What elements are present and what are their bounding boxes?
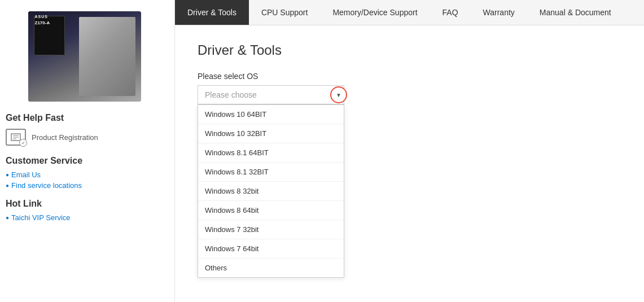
product-image-container: ASUS Z170-A	[6, 11, 163, 102]
product-registration-icon	[6, 129, 26, 146]
os-option-win10-32[interactable]: Windows 10 32BIT	[198, 124, 344, 143]
taichi-vip-link[interactable]: Taichi VIP Service	[6, 213, 163, 222]
os-option-win7-32[interactable]: Windows 7 32bit	[198, 220, 344, 239]
product-registration-item[interactable]: Product Registration	[6, 129, 163, 146]
hot-link-title: Hot Link	[6, 199, 163, 209]
tab-warranty[interactable]: Warranty	[471, 0, 527, 25]
email-us-link[interactable]: Email Us	[6, 170, 163, 179]
tab-faq[interactable]: FAQ	[430, 0, 471, 25]
tab-driver-tools[interactable]: Driver & Tools	[175, 0, 249, 25]
customer-service-title: Customer Service	[6, 156, 163, 166]
content-area: Driver & Tools Please select OS Please c…	[175, 25, 644, 302]
main-content: Driver & Tools CPU Support Memory/Device…	[175, 0, 644, 302]
os-option-win8-32[interactable]: Windows 8 32bit	[198, 182, 344, 201]
os-dropdown-list: Windows 10 64BIT Windows 10 32BIT Window…	[198, 104, 344, 278]
os-option-others[interactable]: Others	[198, 259, 344, 277]
product-image: ASUS Z170-A	[28, 11, 141, 102]
tab-memory-device[interactable]: Memory/Device Support	[320, 0, 430, 25]
sidebar: ASUS Z170-A Get Help Fast Product Regist…	[0, 0, 175, 302]
os-option-win10-64[interactable]: Windows 10 64BIT	[198, 105, 344, 124]
find-service-locations-link[interactable]: Find service locations	[6, 181, 163, 190]
tab-cpu-support[interactable]: CPU Support	[249, 0, 320, 25]
tab-bar: Driver & Tools CPU Support Memory/Device…	[175, 0, 644, 25]
os-select-label: Please select OS	[198, 72, 621, 81]
customer-service-section: Customer Service Email Us Find service l…	[6, 156, 163, 190]
os-option-win81-32[interactable]: Windows 8.1 32BIT	[198, 163, 344, 182]
hot-link-section: Hot Link Taichi VIP Service	[6, 199, 163, 222]
get-help-section: Get Help Fast Product Registration	[6, 113, 163, 146]
os-option-win8-64[interactable]: Windows 8 64bit	[198, 201, 344, 220]
section-title: Driver & Tools	[198, 42, 621, 58]
product-registration-label: Product Registration	[32, 133, 98, 142]
os-option-win81-64[interactable]: Windows 8.1 64BIT	[198, 143, 344, 163]
os-dropdown-select[interactable]: Please choose ▼	[198, 85, 344, 104]
os-dropdown-placeholder: Please choose	[205, 90, 257, 99]
dropdown-circle-button[interactable]	[330, 86, 347, 103]
os-dropdown-container[interactable]: Please choose ▼ Windows 10 64BIT Windows…	[198, 85, 344, 104]
get-help-title: Get Help Fast	[6, 113, 163, 123]
tab-manual-doc[interactable]: Manual & Document	[527, 0, 624, 25]
os-option-win7-64[interactable]: Windows 7 64bit	[198, 239, 344, 259]
